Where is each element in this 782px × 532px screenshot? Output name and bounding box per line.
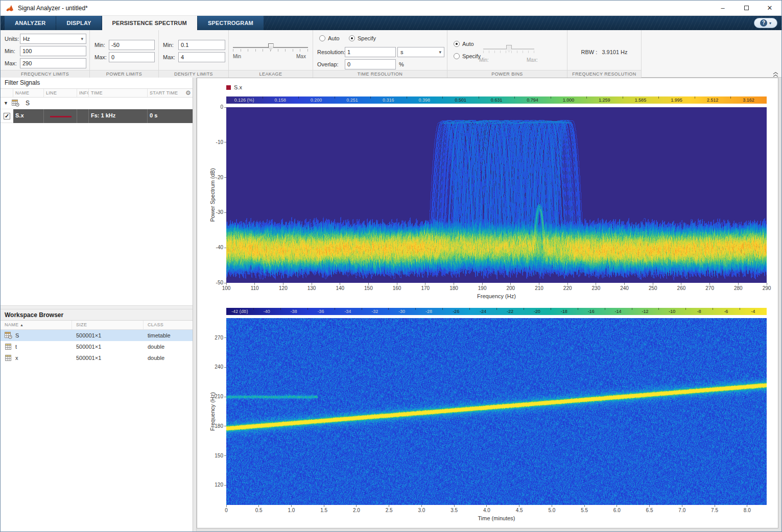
x-tick-mark — [312, 283, 312, 285]
time-resolution-auto-radio[interactable]: Auto — [319, 35, 340, 41]
column-header-line[interactable]: LINE — [44, 89, 77, 97]
x-tick-label: 190 — [470, 285, 494, 292]
variable-name: x — [15, 355, 18, 361]
workspace-column-class[interactable]: CLASS — [144, 321, 193, 329]
power-min-input[interactable] — [109, 40, 155, 50]
workspace-row-x[interactable]: x 500001×1 double — [1, 352, 193, 364]
matlab-app-icon — [6, 5, 14, 12]
x-tick-label: 130 — [299, 285, 324, 292]
x-tick-label: 6.0 — [605, 507, 629, 514]
x-tick-mark — [291, 505, 292, 507]
x-tick-mark — [519, 505, 519, 507]
workspace-column-name[interactable]: NAME ▲ — [1, 321, 72, 329]
workspace-cell-name: t — [1, 343, 72, 350]
help-button[interactable]: ? ▾ — [754, 18, 777, 28]
workspace-column-size[interactable]: SIZE — [72, 321, 144, 329]
resolution-units-select[interactable]: s ▾ — [397, 47, 444, 57]
x-tick-label: 4.5 — [507, 507, 532, 514]
units-select[interactable]: Hz ▾ — [20, 34, 86, 44]
workspace-header: NAME ▲ SIZE CLASS — [1, 321, 193, 330]
workspace-cell-class: timetable — [144, 332, 193, 338]
x-tick-label: 240 — [612, 285, 637, 292]
x-tick-label: 280 — [726, 285, 750, 292]
legend-swatch — [226, 85, 231, 90]
x-tick-mark — [596, 283, 596, 285]
power-max-label: Max: — [94, 54, 107, 60]
overlap-input[interactable] — [345, 59, 396, 69]
resolution-units-value: s — [400, 49, 404, 55]
power-bins-slider[interactable] — [483, 45, 534, 54]
power-bins-section: Auto Specify Min: Max: POWER BINS — [447, 30, 567, 78]
variable-name: t — [15, 344, 17, 350]
resolution-input[interactable] — [345, 47, 396, 57]
auto-label: Auto — [462, 41, 474, 47]
spectrogram-canvas[interactable] — [226, 318, 767, 505]
horizontal-splitter[interactable] — [1, 305, 193, 309]
x-tick-label: 140 — [328, 285, 352, 292]
column-header-name[interactable]: NAME — [13, 89, 44, 97]
minimize-button[interactable]: – — [711, 1, 734, 15]
workspace-row-t[interactable]: t 500001×1 double — [1, 341, 193, 352]
x-tick-label: 200 — [499, 285, 523, 292]
close-button[interactable]: ✕ — [758, 1, 781, 15]
workspace-row-S[interactable]: S 500001×1 timetable — [1, 330, 193, 341]
column-header-checkbox — [1, 89, 13, 97]
timetable-icon — [12, 100, 19, 107]
tab-analyzer[interactable]: ANALYZER — [5, 16, 56, 30]
freq-min-input[interactable] — [20, 46, 86, 56]
density-max-input[interactable] — [178, 52, 225, 62]
x-tick-mark — [510, 283, 511, 285]
x-tick-label: 210 — [527, 285, 552, 292]
y-tick-label: 270 — [202, 335, 223, 341]
signal-checkbox[interactable]: ✓ — [4, 113, 10, 119]
persistence-spectrum-canvas[interactable] — [226, 107, 767, 283]
resolution-label: Resolution: — [317, 49, 345, 55]
tab-spectrogram[interactable]: SPECTROGRAM — [198, 16, 264, 30]
gear-icon[interactable]: ⚙ — [185, 89, 191, 96]
x-tick-label: 3.5 — [442, 507, 466, 514]
filter-signals-header: NAME LINE INFO TIME START TIME ⚙ — [1, 88, 193, 98]
power-bins-min-label: Min: — [479, 57, 489, 63]
checkbox-cell: ✓ — [1, 109, 13, 123]
signal-group-row[interactable]: ▼ S — [1, 98, 193, 109]
overlap-label: Overlap: — [317, 61, 339, 67]
x-tick-label: 290 — [754, 285, 779, 292]
collapse-toolbar-icon[interactable] — [772, 70, 779, 77]
column-header-info[interactable]: INFO — [77, 89, 89, 97]
collapse-triangle-icon[interactable]: ▼ — [4, 101, 8, 106]
section-title-frequency-resolution: FREQUENCY RESOLUTION — [567, 70, 641, 78]
x-tick-label: 270 — [698, 285, 722, 292]
power-bins-specify-radio[interactable]: Specify — [454, 53, 481, 59]
toolbar-filler — [642, 30, 782, 78]
workspace-cell-name: x — [1, 354, 72, 361]
power-max-input[interactable] — [109, 52, 155, 62]
x-tick-mark — [340, 283, 340, 285]
freq-max-input[interactable] — [20, 58, 86, 68]
signal-info-cell — [77, 109, 89, 123]
x-tick-mark — [567, 283, 568, 285]
leakage-slider[interactable] — [233, 43, 308, 53]
x-tick-label: 260 — [669, 285, 694, 292]
sort-ascending-icon: ▲ — [20, 323, 23, 327]
y-tick-label: -40 — [202, 245, 223, 251]
display-panel: S.x Frequency (Hz) Power Spectrum (dB) T… — [197, 78, 778, 528]
x-tick-label: 5.0 — [539, 507, 564, 514]
workspace-cell-size: 500001×1 — [72, 332, 144, 338]
x-tick-mark — [747, 505, 747, 507]
ribbon-tab-bar: ANALYZER DISPLAY PERSISTENCE SPECTRUM SP… — [1, 16, 781, 30]
maximize-button[interactable] — [734, 1, 758, 15]
signal-name: S.x — [13, 109, 44, 123]
tab-persistence-spectrum[interactable]: PERSISTENCE SPECTRUM — [102, 16, 197, 30]
x-tick-label: 170 — [413, 285, 438, 292]
signal-row[interactable]: ✓ S.x Fs: 1 kHz 0 s — [1, 109, 193, 123]
density-max-label: Max: — [163, 54, 175, 60]
power-bins-auto-radio[interactable]: Auto — [454, 41, 474, 47]
chevron-down-icon: ▾ — [769, 21, 771, 26]
density-min-input[interactable] — [178, 40, 225, 50]
x-tick-mark — [715, 505, 715, 507]
time-resolution-specify-radio[interactable]: Specify — [349, 35, 376, 41]
column-header-time[interactable]: TIME — [89, 89, 148, 97]
freq-max-label: Max: — [5, 60, 17, 66]
vertical-splitter[interactable] — [193, 78, 197, 531]
tab-display[interactable]: DISPLAY — [56, 16, 101, 30]
